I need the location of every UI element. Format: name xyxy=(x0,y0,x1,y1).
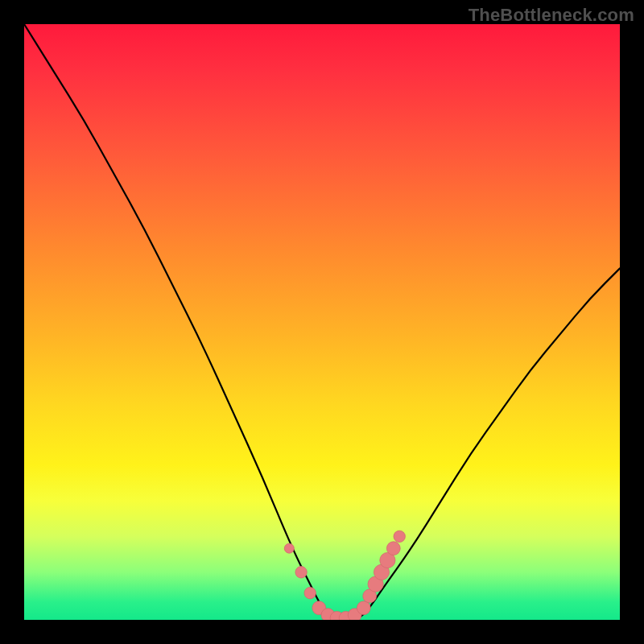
curve-markers xyxy=(284,530,405,620)
curve-marker xyxy=(386,542,400,555)
curve-marker xyxy=(284,543,294,553)
bottleneck-curve-svg xyxy=(24,24,620,620)
plot-area xyxy=(24,24,620,620)
curve-marker xyxy=(357,601,370,615)
bottleneck-curve xyxy=(24,24,620,620)
curve-marker xyxy=(304,588,316,599)
curve-marker xyxy=(394,530,405,542)
watermark-text: TheBottleneck.com xyxy=(469,5,634,26)
curve-marker xyxy=(295,567,307,578)
chart-frame: TheBottleneck.com xyxy=(0,0,644,644)
